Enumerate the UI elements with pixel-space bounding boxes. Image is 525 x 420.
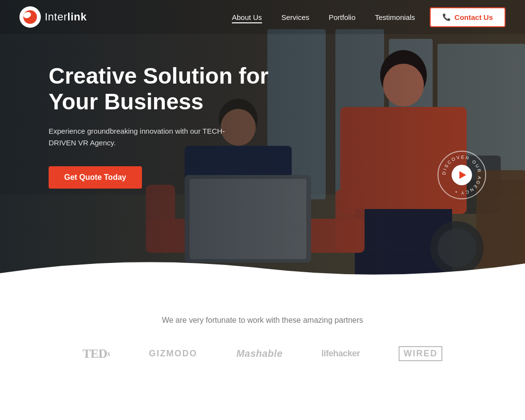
hero-section: Creative Solution for Your Business Expe… [0, 0, 525, 292]
partner-wired: WIRED [399, 346, 442, 361]
play-button[interactable] [452, 165, 472, 185]
site-header: Interlink About Us Services Portfolio Te… [0, 0, 525, 34]
discover-badge[interactable]: DISCOVER OUR AGENCY • [438, 151, 486, 199]
nav-portfolio[interactable]: Portfolio [329, 13, 355, 21]
get-quote-button[interactable]: Get Quote Today [49, 166, 142, 189]
hero-content: Creative Solution for Your Business Expe… [49, 63, 268, 189]
partner-mashable: Mashable [236, 348, 282, 359]
nav-testimonials[interactable]: Testimonials [375, 13, 415, 21]
main-nav: About Us Services Portfolio Testimonials [232, 13, 415, 21]
nav-services[interactable]: Services [281, 13, 310, 21]
phone-icon: 📞 [442, 13, 451, 21]
logo-icon [19, 6, 41, 28]
partners-logos: TEDx GIZMODO Mashable lifehacker WIRED [19, 346, 506, 361]
partners-tagline: We are very fortunate to work with these… [19, 316, 506, 325]
hero-wave [0, 254, 525, 292]
partners-section: We are very fortunate to work with these… [0, 292, 525, 390]
logo-link-text: link [68, 11, 87, 23]
partner-tedx: TEDx [83, 347, 110, 361]
hero-subtitle: Experience groundbreaking innovation wit… [49, 125, 233, 149]
contact-button[interactable]: 📞 Contact Us [430, 7, 506, 27]
partner-lifehacker: lifehacker [321, 349, 360, 359]
partner-gizmodo: GIZMODO [149, 349, 197, 359]
hero-title: Creative Solution for Your Business [49, 63, 268, 115]
logo-inter: Inter [45, 11, 68, 23]
nav-about[interactable]: About Us [232, 13, 262, 21]
logo-link[interactable]: Interlink [19, 6, 87, 28]
